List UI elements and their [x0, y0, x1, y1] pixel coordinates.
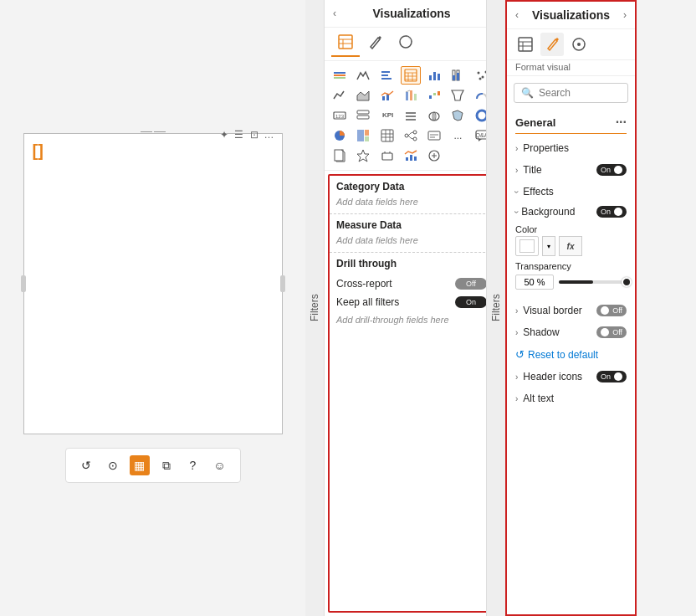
- properties-row[interactable]: › Properties: [507, 137, 635, 159]
- menu-icon[interactable]: ☰: [233, 129, 245, 141]
- svg-rect-19: [438, 74, 440, 80]
- emoji-icon[interactable]: ☺: [210, 455, 230, 475]
- viz-icon-stacked-bar[interactable]: [330, 66, 350, 85]
- svg-point-90: [577, 43, 581, 46]
- viz-icon-stacked-100[interactable]: [448, 66, 468, 85]
- canvas-frame: ✦ ☰ ⊡ … []: [23, 133, 283, 434]
- measure-data-header: Measure Data Add data fields here: [330, 214, 494, 253]
- tab-format-visual[interactable]: [361, 31, 390, 57]
- svg-rect-9: [381, 74, 388, 76]
- table-icon[interactable]: ▦: [130, 455, 150, 475]
- cross-report-label: Cross-report: [336, 278, 392, 290]
- viz-icon-card[interactable]: 123: [330, 106, 350, 125]
- viz-icon-waterfall[interactable]: [424, 86, 444, 105]
- viz-icon-decomp-tree[interactable]: [401, 126, 421, 145]
- tab-build-visual[interactable]: [331, 31, 360, 57]
- viz-icon-multirow-card[interactable]: [353, 106, 373, 125]
- arrow-left[interactable]: ‹: [333, 8, 336, 19]
- viz-icon-slicer[interactable]: [401, 106, 421, 125]
- alt-text-row[interactable]: › Alt text: [507, 388, 635, 409]
- visual-border-row[interactable]: › Visual border Off: [507, 300, 635, 321]
- reset-to-default-row[interactable]: ↺ Reset to default: [507, 343, 635, 366]
- viz-icon-line[interactable]: [330, 86, 350, 105]
- shadow-toggle[interactable]: Off: [596, 326, 627, 338]
- viz-icon-filled-map[interactable]: [448, 106, 468, 125]
- viz-panel: ‹ Visualizations ›: [324, 0, 499, 616]
- focus-icon[interactable]: ⊙: [103, 455, 123, 475]
- tab-analytics-icon[interactable]: [567, 33, 591, 56]
- viz-icon-bar-h[interactable]: [377, 66, 397, 85]
- properties-chevron: ›: [515, 144, 518, 153]
- background-toggle[interactable]: On: [596, 206, 627, 218]
- right-resize-handle[interactable]: [280, 275, 285, 292]
- viz-icon-treemap[interactable]: [353, 126, 373, 145]
- bookmark-icon[interactable]: ⧉: [156, 455, 177, 475]
- format-arrow-left[interactable]: ‹: [515, 9, 519, 21]
- category-data-drop[interactable]: Add data fields here: [330, 194, 494, 214]
- svg-marker-75: [357, 150, 369, 162]
- refresh-icon[interactable]: ↺: [76, 455, 96, 475]
- viz-icon-paginated[interactable]: [330, 146, 350, 165]
- tab-fields-icon[interactable]: [514, 33, 537, 56]
- general-more-icon[interactable]: ···: [616, 115, 627, 130]
- viz-icon-metrics[interactable]: [377, 146, 397, 165]
- more-icon[interactable]: …: [264, 129, 275, 141]
- svg-rect-81: [414, 157, 417, 161]
- viz-icon-bar-v[interactable]: [424, 66, 444, 85]
- viz-icon-smart-narrative[interactable]: [424, 126, 444, 145]
- filters-label-right: Filters: [487, 0, 505, 616]
- effects-row[interactable]: › Effects: [507, 181, 635, 203]
- svg-point-51: [479, 113, 484, 118]
- title-toggle[interactable]: On: [596, 164, 627, 176]
- viz-icon-matrix[interactable]: [377, 126, 397, 145]
- tab-format-icon[interactable]: [540, 33, 564, 56]
- svg-rect-33: [414, 94, 417, 100]
- effects-expanded: › Background On Color: [507, 203, 635, 300]
- viz-icon-kpi[interactable]: KPI: [377, 106, 397, 125]
- viz-icon-mountain[interactable]: [353, 66, 373, 85]
- expand-icon[interactable]: ⊡: [248, 129, 260, 141]
- visual-border-toggle[interactable]: Off: [596, 305, 627, 316]
- color-swatch[interactable]: [515, 236, 539, 256]
- fx-button[interactable]: fx: [559, 236, 582, 256]
- title-row[interactable]: › Title On: [507, 159, 635, 181]
- header-icons-toggle[interactable]: On: [596, 371, 627, 382]
- format-panel-header: ‹ Visualizations ›: [507, 2, 635, 29]
- measure-data-drop[interactable]: Add data fields here: [330, 233, 494, 253]
- svg-rect-23: [457, 73, 459, 80]
- drag-handle[interactable]: [141, 129, 166, 134]
- color-dropdown-button[interactable]: ▾: [542, 236, 555, 256]
- viz-icon-pie[interactable]: [330, 126, 350, 145]
- viz-icon-map[interactable]: [424, 106, 444, 125]
- search-input[interactable]: [539, 87, 637, 99]
- header-icons-row[interactable]: › Header icons On: [507, 366, 635, 388]
- cross-report-toggle[interactable]: Off: [455, 278, 487, 290]
- question-icon[interactable]: ?: [183, 455, 203, 475]
- svg-rect-56: [381, 130, 393, 141]
- keep-filters-toggle[interactable]: On: [455, 296, 487, 308]
- category-data-label: Category Data: [330, 176, 494, 194]
- format-arrow-right[interactable]: ›: [623, 9, 627, 21]
- viz-icon-combo[interactable]: [377, 86, 397, 105]
- drill-through-drop[interactable]: Add drill-through fields here: [336, 311, 487, 328]
- viz-icon-funnel[interactable]: [448, 86, 468, 105]
- left-resize-handle[interactable]: [21, 275, 26, 292]
- viz-icon-table[interactable]: [401, 66, 421, 85]
- shadow-row[interactable]: › Shadow Off: [507, 321, 635, 343]
- alt-text-chevron: ›: [515, 394, 518, 403]
- effects-chevron: ›: [512, 190, 521, 192]
- viz-icon-ai-insights[interactable]: [353, 146, 373, 165]
- viz-icon-more-viz[interactable]: ...: [448, 126, 468, 145]
- tab-analytics[interactable]: [392, 31, 420, 57]
- transparency-input[interactable]: [515, 275, 554, 290]
- viz-icon-custom[interactable]: [424, 146, 444, 165]
- transparency-slider[interactable]: [559, 280, 627, 284]
- viz-icon-ribbon[interactable]: [401, 86, 421, 105]
- viz-icon-area[interactable]: [353, 86, 373, 105]
- svg-point-61: [405, 134, 408, 137]
- svg-rect-21: [453, 75, 455, 80]
- viz-panel-header: ‹ Visualizations ›: [325, 0, 499, 28]
- pin-icon[interactable]: ✦: [218, 129, 230, 141]
- svg-rect-5: [334, 72, 345, 74]
- viz-icon-line-bar[interactable]: [401, 146, 421, 165]
